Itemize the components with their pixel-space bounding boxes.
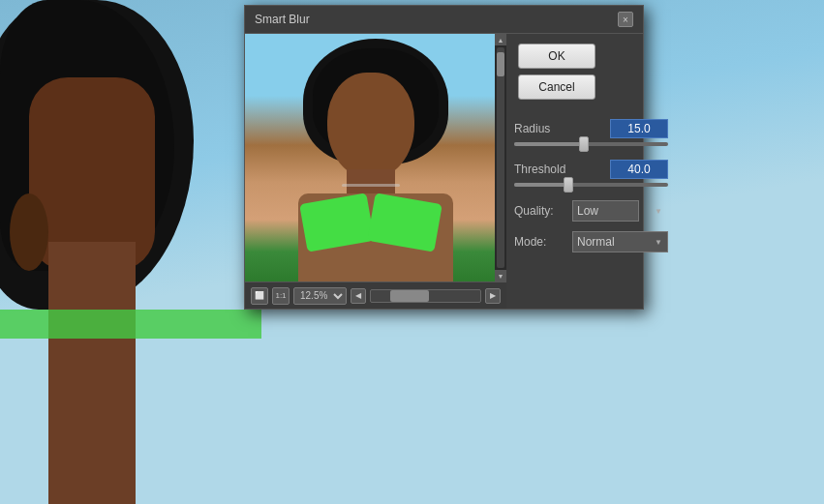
- dialog-body: ▲ ▼ ⬜ 1:1 12.5% ◀ ▶: [245, 34, 643, 309]
- scroll-up-icon[interactable]: ▲: [495, 34, 506, 45]
- smart-blur-dialog: Smart Blur ×: [244, 5, 644, 310]
- radius-slider-track[interactable]: [514, 142, 668, 146]
- close-button[interactable]: ×: [618, 12, 633, 27]
- nav-left-icon[interactable]: ◀: [351, 288, 366, 304]
- mode-dropdown-wrapper: Normal Edge Only Overlay Edge ▼: [572, 231, 668, 252]
- quality-dropdown-arrow-icon: ▼: [655, 207, 662, 216]
- mode-dropdown[interactable]: Normal Edge Only Overlay Edge: [572, 231, 668, 252]
- preview-image[interactable]: [245, 34, 506, 282]
- zoom-fit-button[interactable]: ⬜: [251, 287, 268, 305]
- action-buttons: OK Cancel: [506, 34, 613, 109]
- quality-label: Quality:: [514, 204, 572, 218]
- mode-row: Mode: Normal Edge Only Overlay Edge ▼: [514, 231, 668, 252]
- threshold-row: Threshold: [514, 160, 668, 187]
- zoom-actual-button[interactable]: 1:1: [272, 287, 290, 305]
- radius-row: Radius: [514, 119, 668, 146]
- mode-label: Mode:: [514, 235, 572, 249]
- ok-button[interactable]: OK: [518, 44, 595, 69]
- threshold-slider-fill: [514, 183, 568, 187]
- threshold-label: Threshold: [514, 163, 565, 176]
- scroll-down-icon[interactable]: ▼: [495, 270, 506, 282]
- preview-wrapper: ▲ ▼: [245, 34, 506, 282]
- dialog-title-bar: Smart Blur ×: [245, 6, 643, 34]
- quality-row: Quality: Low Medium High ▼: [514, 200, 668, 222]
- cancel-button[interactable]: Cancel: [518, 74, 595, 100]
- preview-area: ▲ ▼ ⬜ 1:1 12.5% ◀ ▶: [245, 34, 506, 309]
- quality-dropdown-wrapper: Low Medium High ▼: [572, 200, 668, 222]
- preview-vscroll[interactable]: ▲ ▼: [495, 34, 506, 282]
- radius-label: Radius: [514, 122, 550, 135]
- zoom-dropdown[interactable]: 12.5%: [293, 287, 347, 305]
- threshold-slider-thumb[interactable]: [564, 177, 573, 193]
- preview-nav-bar[interactable]: [370, 289, 481, 303]
- radius-slider-thumb[interactable]: [579, 136, 589, 152]
- nav-thumb: [390, 290, 429, 302]
- preview-toolbar: ⬜ 1:1 12.5% ◀ ▶: [245, 282, 506, 309]
- threshold-input[interactable]: [610, 160, 668, 179]
- right-panel: OK Cancel Radius: [506, 34, 676, 309]
- radius-input[interactable]: [610, 119, 668, 138]
- radius-slider-fill: [514, 142, 584, 146]
- quality-dropdown[interactable]: Low Medium High: [572, 200, 639, 222]
- threshold-slider-track[interactable]: [514, 183, 668, 187]
- dialog-title: Smart Blur: [255, 13, 310, 26]
- nav-right-icon[interactable]: ▶: [485, 288, 501, 304]
- controls-panel: Radius Threshold: [506, 109, 676, 309]
